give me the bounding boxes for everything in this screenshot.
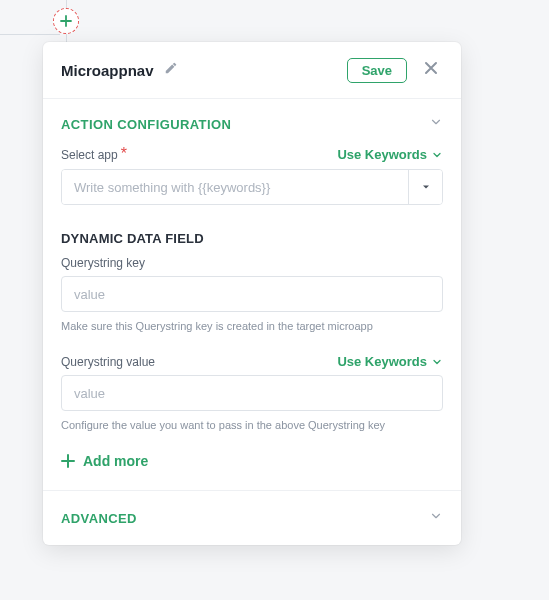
advanced-header[interactable]: ADVANCED [43,490,461,545]
select-app-label-row: Select app * Use Keywords [61,145,443,163]
querystring-key-label: Querystring key [61,256,443,270]
caret-down-icon [422,183,430,191]
config-panel: Microappnav Save ACTION CONFIGURATION Se… [43,42,461,545]
add-node-button[interactable] [53,8,79,34]
close-icon [423,60,439,76]
action-config-title: ACTION CONFIGURATION [61,117,231,132]
save-button[interactable]: Save [347,58,407,83]
action-config-header[interactable]: ACTION CONFIGURATION [61,99,443,145]
select-app-dropdown-button[interactable] [408,170,442,204]
panel-title: Microappnav [61,62,154,79]
use-keywords-label: Use Keywords [337,354,427,369]
chevron-down-icon [431,356,443,368]
plus-icon [61,454,75,468]
chevron-down-icon [429,509,443,527]
select-app-combo [61,169,443,205]
select-app-label: Select app [61,148,118,162]
advanced-title: ADVANCED [61,511,137,526]
canvas-connector-horizontal [0,34,60,35]
required-asterisk: * [121,145,127,163]
select-app-input[interactable] [62,170,408,204]
querystring-value-input[interactable] [61,375,443,411]
querystring-key-input[interactable] [61,276,443,312]
plus-icon [60,15,72,27]
close-button[interactable] [419,56,443,84]
add-more-button[interactable]: Add more [61,453,148,469]
querystring-value-label-row: Querystring value Use Keywords [61,354,443,369]
use-keywords-select-app[interactable]: Use Keywords [337,147,443,162]
dynamic-data-heading: DYNAMIC DATA FIELD [61,231,443,246]
chevron-down-icon [431,149,443,161]
querystring-value-helper: Configure the value you want to pass in … [61,419,443,431]
querystring-key-helper: Make sure this Querystring key is create… [61,320,443,332]
use-keywords-label: Use Keywords [337,147,427,162]
add-more-label: Add more [83,453,148,469]
edit-title-button[interactable] [164,61,178,79]
use-keywords-qs-value[interactable]: Use Keywords [337,354,443,369]
action-config-section: ACTION CONFIGURATION Select app * Use Ke… [43,99,461,490]
pencil-icon [164,61,178,75]
panel-header: Microappnav Save [43,42,461,99]
chevron-down-icon [429,115,443,133]
querystring-value-label: Querystring value [61,355,155,369]
